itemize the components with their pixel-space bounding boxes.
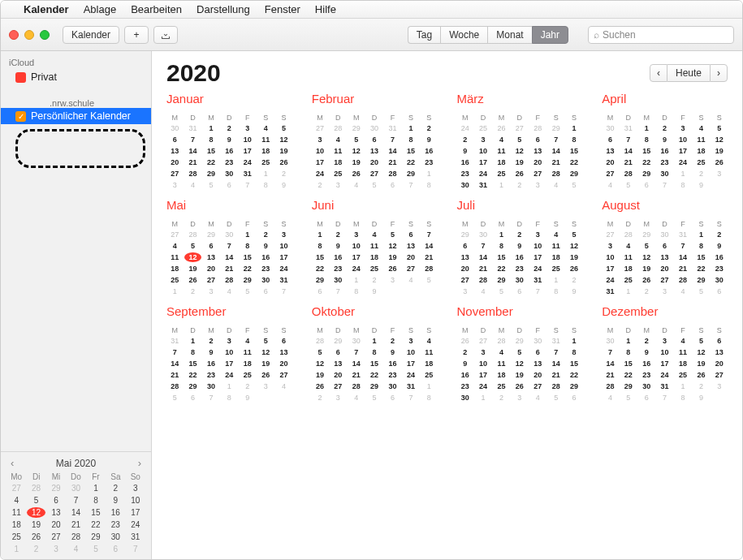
year-day[interactable]: 24 <box>675 157 691 167</box>
year-day[interactable]: 12 <box>184 252 201 262</box>
year-day[interactable]: 18 <box>493 157 509 167</box>
year-day[interactable]: 4 <box>547 230 564 239</box>
mini-day[interactable]: 29 <box>47 483 65 493</box>
year-day[interactable]: 28 <box>547 381 564 391</box>
year-day[interactable]: 6 <box>403 230 419 239</box>
year-day[interactable]: 4 <box>529 393 546 403</box>
mini-next-month[interactable]: › <box>135 457 145 469</box>
year-day[interactable]: 24 <box>403 370 419 380</box>
year-day[interactable]: 21 <box>221 264 237 274</box>
year-day[interactable]: 28 <box>620 169 637 179</box>
year-day[interactable]: 2 <box>384 336 400 346</box>
year-day[interactable]: 5 <box>711 123 728 133</box>
minimize-icon[interactable] <box>24 30 34 40</box>
year-day[interactable]: 11 <box>620 252 637 262</box>
year-day[interactable]: 6 <box>221 180 237 190</box>
year-day[interactable]: 22 <box>366 370 382 380</box>
year-day[interactable]: 9 <box>275 180 292 190</box>
mini-day[interactable]: 6 <box>106 544 124 554</box>
year-day[interactable]: 28 <box>620 230 637 239</box>
year-day[interactable]: 11 <box>547 241 564 251</box>
year-day[interactable]: 8 <box>312 241 328 251</box>
year-day[interactable]: 19 <box>512 157 528 167</box>
year-day[interactable]: 3 <box>330 180 346 190</box>
year-day[interactable]: 20 <box>457 264 473 274</box>
year-day[interactable]: 3 <box>711 381 728 391</box>
year-day[interactable]: 19 <box>693 359 709 368</box>
year-day[interactable]: 7 <box>656 180 672 190</box>
year-day[interactable]: 8 <box>566 347 582 357</box>
mini-day[interactable]: 25 <box>7 532 25 542</box>
year-day[interactable]: 18 <box>493 370 509 380</box>
year-day[interactable]: 17 <box>529 252 546 262</box>
year-day[interactable]: 10 <box>312 146 328 156</box>
year-day[interactable]: 28 <box>166 381 183 391</box>
year-day[interactable]: 8 <box>257 180 274 190</box>
year-day[interactable]: 30 <box>512 275 528 285</box>
mini-day[interactable]: 17 <box>127 507 145 518</box>
year-day[interactable]: 4 <box>366 230 382 239</box>
year-day[interactable]: 5 <box>366 180 382 190</box>
year-day[interactable]: 14 <box>184 146 201 156</box>
year-day[interactable]: 4 <box>693 123 709 133</box>
mini-day[interactable]: 2 <box>106 483 124 493</box>
year-day[interactable]: 1 <box>547 275 564 285</box>
year-day[interactable]: 6 <box>457 241 473 251</box>
year-day[interactable]: 13 <box>366 146 382 156</box>
year-day[interactable]: 3 <box>656 286 672 296</box>
year-day[interactable]: 29 <box>457 230 473 239</box>
year-day[interactable]: 5 <box>693 336 709 346</box>
year-day[interactable]: 9 <box>384 347 400 357</box>
mini-day[interactable]: 2 <box>27 544 45 554</box>
year-day[interactable]: 1 <box>421 169 437 179</box>
year-day[interactable]: 1 <box>566 336 582 346</box>
year-day[interactable]: 20 <box>275 359 292 368</box>
year-day[interactable]: 16 <box>512 252 528 262</box>
year-day[interactable]: 24 <box>221 370 237 380</box>
year-day[interactable]: 1 <box>475 393 491 403</box>
year-day[interactable]: 20 <box>656 264 672 274</box>
year-day[interactable]: 10 <box>240 135 256 144</box>
year-day[interactable]: 31 <box>602 286 618 296</box>
year-day[interactable]: 5 <box>547 393 564 403</box>
year-day[interactable]: 12 <box>711 135 728 144</box>
year-day[interactable]: 15 <box>366 359 382 368</box>
year-day[interactable]: 27 <box>275 370 292 380</box>
month-block[interactable]: AprilMDMDFSS3031123456789101112131415161… <box>602 92 728 190</box>
year-day[interactable]: 4 <box>493 347 509 357</box>
year-day[interactable]: 6 <box>602 135 618 144</box>
year-day[interactable]: 27 <box>457 275 473 285</box>
view-tab-woche[interactable]: Woche <box>440 26 487 44</box>
year-day[interactable]: 16 <box>257 252 274 262</box>
year-day[interactable]: 20 <box>529 370 546 380</box>
year-day[interactable]: 11 <box>493 359 509 368</box>
year-day[interactable]: 11 <box>366 241 382 251</box>
year-day[interactable]: 15 <box>693 252 709 262</box>
month-block[interactable]: NovemberMDMDFSS2627282930311234567891011… <box>457 304 583 403</box>
year-day[interactable]: 1 <box>184 336 201 346</box>
year-day[interactable]: 24 <box>475 381 491 391</box>
year-day[interactable]: 17 <box>403 359 419 368</box>
year-day[interactable]: 18 <box>257 146 274 156</box>
view-tab-jahr[interactable]: Jahr <box>532 26 568 44</box>
year-day[interactable]: 8 <box>240 241 256 251</box>
year-day[interactable]: 23 <box>203 370 219 380</box>
inbox-button[interactable] <box>153 26 178 44</box>
year-day[interactable]: 3 <box>403 336 419 346</box>
calendar-list-item[interactable]: Privat <box>1 69 151 85</box>
year-day[interactable]: 29 <box>638 230 654 239</box>
year-day[interactable]: 2 <box>457 135 473 144</box>
zoom-icon[interactable] <box>40 30 50 40</box>
year-day[interactable]: 7 <box>475 241 491 251</box>
year-day[interactable]: 20 <box>166 157 183 167</box>
year-day[interactable]: 4 <box>184 180 201 190</box>
year-day[interactable]: 23 <box>384 370 400 380</box>
year-day[interactable]: 6 <box>656 241 672 251</box>
year-day[interactable]: 27 <box>602 230 618 239</box>
year-day[interactable]: 3 <box>529 180 546 190</box>
year-day[interactable]: 18 <box>547 252 564 262</box>
year-day[interactable]: 11 <box>693 135 709 144</box>
year-day[interactable]: 21 <box>620 157 637 167</box>
year-day[interactable]: 7 <box>275 286 292 296</box>
year-day[interactable]: 27 <box>330 381 346 391</box>
